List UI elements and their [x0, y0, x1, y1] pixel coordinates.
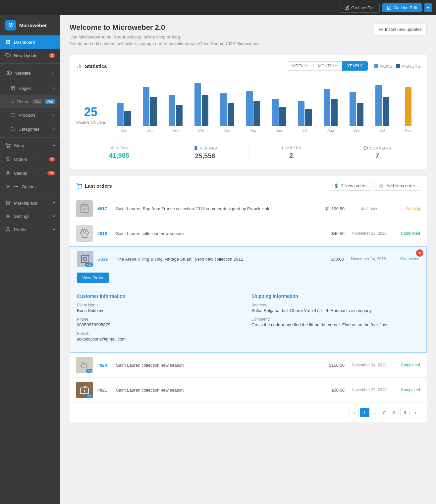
- address-label: Address:: [251, 303, 419, 307]
- install-updates-button[interactable]: ⊕ Install new updates: [374, 23, 427, 35]
- profile-icon: [5, 227, 11, 232]
- sidebar: M Microweber Dashboard New Update 3 Webs…: [0, 15, 60, 504]
- posts-icon: [11, 99, 14, 104]
- settings-icon: [5, 214, 11, 219]
- tab-monthly[interactable]: MONTHLY: [313, 61, 342, 71]
- bar-group-may: May: [241, 91, 265, 132]
- order-thumb-021: +2: [76, 382, 93, 398]
- order-price-018: $40.50: [318, 231, 345, 236]
- shop-icon: [5, 143, 11, 148]
- orders-badge: 3: [49, 157, 55, 161]
- page-1-button[interactable]: 1: [360, 408, 369, 417]
- bar-label-aug: Aug: [327, 128, 334, 132]
- page-dots: ...: [371, 409, 378, 415]
- bar-views-may: [246, 91, 253, 126]
- posts-add-button-1[interactable]: Add: [32, 99, 42, 104]
- sidebar-item-clients[interactable]: Clients + 99: [0, 166, 60, 180]
- order-row-021[interactable]: +2 #021 Saint Lauren collection new seas…: [70, 378, 427, 403]
- add-order-button[interactable]: 🛒 Add New order: [374, 181, 420, 191]
- bar-views-apr: [220, 93, 227, 126]
- sidebar-item-orders[interactable]: Orders + 3: [0, 152, 60, 166]
- bar-views-oct: [375, 85, 382, 126]
- sidebar-item-products[interactable]: Products +: [0, 108, 60, 122]
- customer-info-title: Customer Information: [77, 293, 245, 299]
- go-live-edit-primary-button[interactable]: Go Live Edit: [382, 3, 422, 12]
- bar-visitors-feb: [176, 105, 183, 126]
- sidebar-item-categories[interactable]: Categories +: [0, 122, 60, 136]
- sidebar-item-pages[interactable]: Pages +: [0, 81, 60, 95]
- svg-point-20: [10, 147, 10, 148]
- order-name-021: Saint Lauren collection new season: [116, 388, 313, 393]
- metric-comments: 💬 COMMENTS 7: [334, 143, 420, 162]
- metric-visitors-label: 👤 VISITORS: [193, 146, 217, 150]
- sidebar-item-options[interactable]: ••• Options: [0, 180, 60, 193]
- order-thumb-019: +33: [77, 251, 93, 267]
- sidebar-item-shop[interactable]: Shop ▾: [0, 139, 60, 152]
- users-online-number: 25: [84, 105, 97, 119]
- new-orders-button[interactable]: 💲 2 New orders: [329, 181, 371, 191]
- tab-yearly[interactable]: YEARLY: [342, 61, 367, 71]
- client-name-field: Client Name: Boris Sokolov: [77, 303, 245, 313]
- order-row-019[interactable]: +33 #019 The Arena x Ting & Ting, vintag…: [70, 247, 426, 271]
- sidebar-item-dashboard[interactable]: Dashboard: [0, 35, 60, 49]
- client-name-label: Client Name:: [77, 303, 245, 307]
- shipping-info-title: Shipping Information: [251, 293, 419, 299]
- sidebar-item-new-update[interactable]: New Update 3: [0, 49, 60, 62]
- comment-field: Comment: Cross the coridor and find the …: [251, 317, 419, 327]
- client-name-value: Boris Sokolov: [77, 308, 245, 313]
- order-row-020[interactable]: +2 #020 Saint Lauren collection new seas…: [70, 353, 427, 378]
- bar-visitors-jul: [305, 109, 312, 126]
- tab-weekly[interactable]: WEEKLY: [287, 61, 313, 71]
- bar-visitors-aug: [331, 99, 338, 126]
- download-icon: [5, 53, 11, 58]
- svg-point-33: [78, 188, 79, 189]
- order-019-expanded: View Order Customer Information Client N…: [70, 271, 426, 352]
- order-row-019-container: ✕ +33 #019 The Arena x Ting & Ting, vint…: [70, 246, 427, 353]
- order-status-021: Completed: [394, 388, 420, 392]
- page-9-button[interactable]: 9: [400, 408, 409, 417]
- dashboard-icon: [5, 39, 11, 45]
- sidebar-item-marketplace[interactable]: Marketplace ▾: [0, 196, 60, 210]
- svg-point-29: [7, 227, 9, 229]
- bar-views-sep: [350, 92, 356, 126]
- orders-card: Last orders 💲 2 New orders 🛒 Add New ord…: [70, 176, 427, 422]
- orders-actions: 💲 2 New orders 🛒 Add New order: [329, 181, 420, 191]
- sidebar-item-posts[interactable]: Posts Add Add: [0, 95, 60, 108]
- bar-visitors-oct: [383, 97, 389, 126]
- bar-visitors-apr: [228, 103, 234, 126]
- metric-views-label: 👁 VIEWS: [110, 146, 128, 150]
- bar-views-jan: [143, 87, 149, 126]
- sidebar-item-website[interactable]: Website ‹: [0, 65, 60, 81]
- metric-orders-label: $ ORDERS: [281, 146, 301, 150]
- metric-comments-value: 7: [375, 152, 379, 160]
- bar-group-feb: Feb: [164, 95, 188, 132]
- dropdown-button[interactable]: ▾: [424, 3, 432, 12]
- order-row-017[interactable]: #017 Saint Laurent Bag from France colle…: [70, 196, 427, 221]
- svg-rect-7: [11, 87, 15, 90]
- bar-label-dec: Dec: [121, 128, 127, 132]
- prev-page-button[interactable]: ‹: [350, 408, 359, 417]
- bar-visitors-dec: [124, 111, 131, 126]
- page-7-button[interactable]: 7: [379, 408, 388, 417]
- metric-orders: $ ORDERS 2: [248, 143, 335, 162]
- posts-add-button-2[interactable]: Add: [45, 99, 55, 104]
- next-page-button[interactable]: ›: [411, 408, 420, 417]
- bar-group-jul: Jul: [293, 101, 317, 132]
- order-name-020: Saint Lauren collection new season: [116, 363, 313, 368]
- sidebar-item-settings[interactable]: Settings ▾: [0, 210, 60, 223]
- close-expanded-button[interactable]: ✕: [416, 249, 423, 257]
- address-field: Address: Sofia, Bulgaria, bul. Cherni Vr…: [251, 303, 419, 313]
- go-live-edit-outline-button[interactable]: Go Live Edit: [340, 3, 380, 13]
- order-name-019: The Arena x Ting & Ting, vintage Stuart …: [117, 257, 313, 262]
- svg-rect-2: [6, 42, 8, 44]
- bar-label-jun: Jun: [276, 128, 282, 132]
- view-order-button[interactable]: View Order: [77, 273, 109, 283]
- bar-label-may: May: [250, 128, 257, 132]
- page-8-button[interactable]: 8: [390, 408, 399, 417]
- order-row-018[interactable]: #018 Saint Lauren collection new season …: [70, 221, 427, 246]
- svg-rect-3: [8, 42, 10, 44]
- sidebar-item-profile[interactable]: Profile ▾: [0, 223, 60, 236]
- sidebar-logo: M Microweber: [0, 15, 60, 35]
- statistics-card: Statistics WEEKLY MONTHLY YEARLY VIEWS V…: [70, 55, 427, 169]
- pencil-icon-primary: [387, 5, 392, 10]
